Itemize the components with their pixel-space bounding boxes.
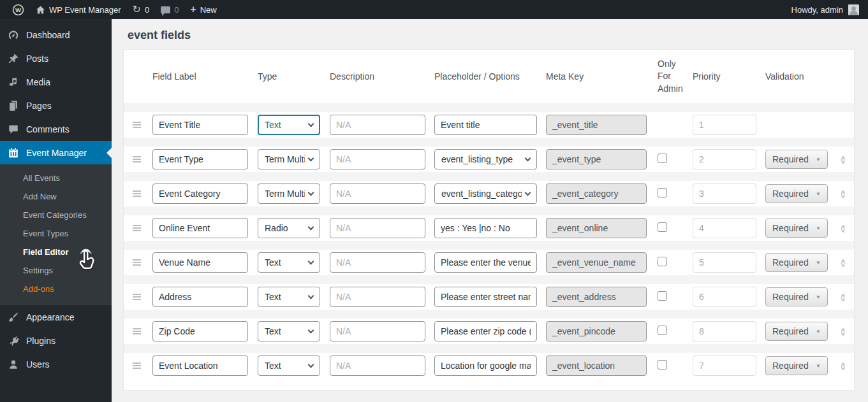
priority-input[interactable]	[693, 149, 756, 169]
wordpress-menu-button[interactable]: W	[6, 0, 30, 19]
sidebar-item-pages[interactable]: Pages	[0, 94, 112, 117]
submenu-item-add-ons[interactable]: Add-ons	[0, 280, 112, 298]
validation-select[interactable]: Required▼	[765, 219, 828, 238]
type-select[interactable]: Term Multi	[258, 149, 320, 169]
only-admin-checkbox[interactable]	[658, 188, 667, 197]
options-select-value: event_listing_categor	[441, 189, 522, 199]
validation-select[interactable]: Required▼	[765, 253, 828, 272]
priority-input[interactable]	[693, 355, 756, 376]
sidebar-item-label: Event Manager	[26, 148, 87, 158]
type-select-value: Text	[265, 326, 281, 336]
submenu-item-event-categories[interactable]: Event Categories	[0, 206, 112, 224]
sidebar-item-dashboard[interactable]: Dashboard	[0, 23, 112, 47]
placeholder-input[interactable]	[434, 218, 537, 238]
type-select[interactable]: Text	[258, 287, 320, 307]
placeholder-input[interactable]	[434, 252, 537, 273]
sidebar-item-appearance[interactable]: Appearance	[0, 305, 112, 329]
drag-handle-icon[interactable]	[133, 190, 142, 197]
sidebar-item-comments[interactable]: Comments	[0, 117, 112, 141]
validation-select[interactable]: Required▼	[765, 150, 828, 169]
sidebar-item-event-manager[interactable]: Event Manager	[0, 141, 112, 164]
submenu-item-settings[interactable]: Settings	[0, 261, 112, 280]
submenu-item-all-events[interactable]: All Events	[0, 169, 112, 187]
validation-select[interactable]: Required▼	[765, 287, 828, 306]
remove-field-icon[interactable]: ×	[841, 225, 845, 233]
drag-handle-icon[interactable]	[133, 225, 142, 231]
only-admin-checkbox[interactable]	[658, 257, 667, 266]
meta-key-input	[546, 115, 647, 135]
admin-bar: W WP Event Manager ↻ 0 0 + New Howdy, ad…	[0, 0, 868, 19]
remove-field-icon[interactable]: ×	[841, 156, 845, 164]
submenu-item-add-new[interactable]: Add New	[0, 187, 112, 206]
type-select[interactable]: Text	[258, 355, 320, 376]
remove-field-icon[interactable]: ×	[841, 259, 845, 267]
options-select[interactable]: event_listing_type	[434, 149, 537, 169]
drag-handle-icon[interactable]	[133, 294, 142, 300]
priority-input[interactable]	[693, 183, 756, 204]
type-select[interactable]: Text	[258, 321, 320, 341]
drag-handle-icon[interactable]	[133, 363, 142, 369]
field-label-input[interactable]	[152, 355, 248, 376]
validation-select[interactable]: Required▼	[765, 184, 828, 203]
howdy-account-link[interactable]: Howdy, admin	[791, 5, 843, 15]
validation-select-value: Required	[772, 361, 809, 371]
remove-field-icon[interactable]: ×	[841, 363, 845, 370]
description-input[interactable]	[330, 183, 425, 204]
remove-field-icon[interactable]: ×	[841, 294, 845, 301]
site-link[interactable]: WP Event Manager	[30, 0, 126, 19]
admin-content: event fields Field LabelTypeDescriptionP…	[112, 19, 868, 402]
validation-select[interactable]: Required▼	[765, 322, 828, 341]
field-label-input[interactable]	[152, 218, 248, 238]
remove-field-icon[interactable]: ×	[841, 328, 845, 336]
only-admin-checkbox[interactable]	[658, 291, 667, 301]
placeholder-input[interactable]	[434, 115, 537, 135]
type-select[interactable]: Text	[258, 252, 320, 273]
priority-input[interactable]	[693, 218, 756, 238]
comments-indicator[interactable]: 0	[155, 0, 184, 19]
description-input[interactable]	[330, 149, 425, 169]
description-input[interactable]	[330, 287, 425, 307]
description-input[interactable]	[330, 355, 425, 376]
validation-select-value: Required	[772, 326, 809, 336]
only-admin-checkbox[interactable]	[658, 360, 667, 370]
only-admin-checkbox[interactable]	[658, 222, 667, 232]
priority-input[interactable]	[693, 115, 756, 135]
submenu-item-field-editor[interactable]: Field Editor	[0, 243, 112, 261]
avatar[interactable]	[848, 4, 859, 15]
field-label-input[interactable]	[152, 183, 248, 204]
only-admin-checkbox[interactable]	[658, 326, 667, 335]
type-select[interactable]: Radio	[258, 218, 320, 238]
only-admin-checkbox[interactable]	[658, 154, 667, 163]
description-input[interactable]	[330, 252, 425, 273]
priority-input[interactable]	[693, 252, 756, 273]
drag-handle-icon[interactable]	[133, 328, 142, 334]
remove-field-icon[interactable]: ×	[841, 190, 845, 198]
options-select[interactable]: event_listing_categor	[434, 183, 537, 204]
type-select[interactable]: Term Multi	[258, 183, 320, 204]
description-input[interactable]	[330, 115, 425, 135]
drag-handle-icon[interactable]	[133, 259, 142, 266]
submenu-item-event-types[interactable]: Event Types	[0, 224, 112, 243]
drag-handle-icon[interactable]	[133, 156, 142, 162]
sidebar-item-media[interactable]: Media	[0, 70, 112, 94]
updates-indicator[interactable]: ↻ 0	[126, 0, 155, 19]
placeholder-input[interactable]	[434, 287, 537, 307]
type-select[interactable]: Text	[258, 115, 320, 135]
placeholder-input[interactable]	[434, 355, 537, 376]
priority-input[interactable]	[693, 321, 756, 341]
sidebar-item-posts[interactable]: Posts	[0, 47, 112, 70]
field-label-input[interactable]	[152, 321, 248, 341]
field-label-input[interactable]	[152, 287, 248, 307]
field-label-input[interactable]	[152, 252, 248, 273]
description-input[interactable]	[330, 218, 425, 238]
new-content-button[interactable]: + New	[184, 0, 222, 19]
drag-handle-icon[interactable]	[133, 122, 142, 128]
validation-select[interactable]: Required▼	[765, 356, 828, 375]
priority-input[interactable]	[693, 287, 756, 307]
placeholder-input[interactable]	[434, 321, 537, 341]
field-label-input[interactable]	[152, 115, 248, 135]
sidebar-item-plugins[interactable]: Plugins	[0, 329, 112, 352]
sidebar-item-users[interactable]: Users	[0, 352, 112, 376]
description-input[interactable]	[330, 321, 425, 341]
field-label-input[interactable]	[152, 149, 248, 169]
